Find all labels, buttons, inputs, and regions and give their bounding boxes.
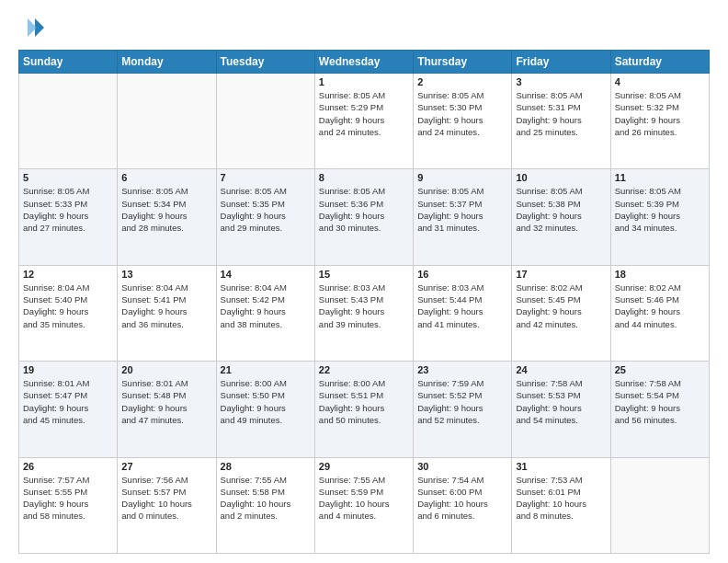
day-number: 13 [121, 269, 211, 280]
day-number: 7 [221, 172, 311, 183]
weekday-header: Saturday [610, 51, 709, 74]
day-number: 27 [121, 461, 211, 472]
day-info: Sunrise: 7:57 AM Sunset: 5:55 PM Dayligh… [23, 474, 113, 523]
calendar-day: 26Sunrise: 7:57 AM Sunset: 5:55 PM Dayli… [19, 457, 118, 553]
day-number: 6 [121, 172, 211, 183]
calendar-day: 9Sunrise: 8:05 AM Sunset: 5:37 PM Daylig… [414, 169, 512, 265]
calendar-day: 19Sunrise: 8:01 AM Sunset: 5:47 PM Dayli… [19, 362, 118, 457]
weekday-header: Tuesday [216, 51, 314, 74]
calendar-empty [610, 457, 709, 553]
calendar-day: 17Sunrise: 8:02 AM Sunset: 5:45 PM Dayli… [512, 265, 610, 361]
calendar-day: 8Sunrise: 8:05 AM Sunset: 5:36 PM Daylig… [314, 169, 413, 265]
weekday-header: Monday [118, 51, 216, 74]
day-info: Sunrise: 7:55 AM Sunset: 5:58 PM Dayligh… [221, 474, 311, 523]
day-number: 21 [221, 364, 311, 375]
day-number: 5 [23, 172, 113, 183]
calendar-empty [19, 74, 118, 169]
day-info: Sunrise: 8:05 AM Sunset: 5:31 PM Dayligh… [516, 89, 606, 138]
day-info: Sunrise: 8:05 AM Sunset: 5:37 PM Dayligh… [417, 185, 507, 234]
day-number: 20 [121, 364, 211, 375]
calendar-day: 4Sunrise: 8:05 AM Sunset: 5:32 PM Daylig… [610, 74, 709, 169]
day-info: Sunrise: 8:05 AM Sunset: 5:32 PM Dayligh… [615, 89, 705, 138]
day-info: Sunrise: 8:05 AM Sunset: 5:39 PM Dayligh… [615, 185, 705, 234]
day-info: Sunrise: 7:53 AM Sunset: 6:01 PM Dayligh… [516, 474, 606, 523]
day-info: Sunrise: 8:01 AM Sunset: 5:47 PM Dayligh… [23, 377, 113, 426]
day-info: Sunrise: 8:02 AM Sunset: 5:45 PM Dayligh… [516, 282, 606, 330]
calendar-day: 12Sunrise: 8:04 AM Sunset: 5:40 PM Dayli… [19, 265, 118, 361]
day-number: 8 [319, 172, 409, 183]
day-number: 17 [516, 269, 606, 280]
calendar-day: 16Sunrise: 8:03 AM Sunset: 5:44 PM Dayli… [414, 265, 512, 361]
day-number: 11 [615, 172, 705, 183]
day-info: Sunrise: 7:55 AM Sunset: 5:59 PM Dayligh… [319, 474, 409, 523]
day-number: 26 [23, 461, 113, 472]
calendar-week-row: 12Sunrise: 8:04 AM Sunset: 5:40 PM Dayli… [19, 265, 710, 361]
day-number: 16 [417, 269, 507, 280]
day-info: Sunrise: 8:05 AM Sunset: 5:29 PM Dayligh… [319, 89, 409, 138]
calendar-day: 11Sunrise: 8:05 AM Sunset: 5:39 PM Dayli… [610, 169, 709, 265]
calendar-day: 30Sunrise: 7:54 AM Sunset: 6:00 PM Dayli… [414, 457, 512, 553]
calendar-day: 20Sunrise: 8:01 AM Sunset: 5:48 PM Dayli… [118, 362, 216, 457]
calendar-day: 7Sunrise: 8:05 AM Sunset: 5:35 PM Daylig… [216, 169, 314, 265]
day-info: Sunrise: 7:56 AM Sunset: 5:57 PM Dayligh… [121, 474, 211, 523]
day-info: Sunrise: 8:03 AM Sunset: 5:44 PM Dayligh… [417, 282, 507, 330]
calendar-day: 10Sunrise: 8:05 AM Sunset: 5:38 PM Dayli… [512, 169, 610, 265]
logo-icon [18, 15, 44, 40]
day-number: 4 [615, 76, 705, 87]
weekday-header: Friday [512, 51, 610, 74]
day-number: 9 [417, 172, 507, 183]
day-number: 23 [417, 364, 507, 375]
day-info: Sunrise: 8:02 AM Sunset: 5:46 PM Dayligh… [615, 282, 705, 330]
day-number: 18 [615, 269, 705, 280]
calendar-week-row: 19Sunrise: 8:01 AM Sunset: 5:47 PM Dayli… [19, 362, 710, 457]
day-number: 22 [319, 364, 409, 375]
calendar-day: 18Sunrise: 8:02 AM Sunset: 5:46 PM Dayli… [610, 265, 709, 361]
day-info: Sunrise: 8:00 AM Sunset: 5:51 PM Dayligh… [319, 377, 409, 426]
day-info: Sunrise: 8:01 AM Sunset: 5:48 PM Dayligh… [121, 377, 211, 426]
calendar-day: 31Sunrise: 7:53 AM Sunset: 6:01 PM Dayli… [512, 457, 610, 553]
calendar-day: 25Sunrise: 7:58 AM Sunset: 5:54 PM Dayli… [610, 362, 709, 457]
calendar-empty [216, 74, 314, 169]
calendar-week-row: 1Sunrise: 8:05 AM Sunset: 5:29 PM Daylig… [19, 74, 710, 169]
weekday-header-row: SundayMondayTuesdayWednesdayThursdayFrid… [19, 51, 710, 74]
calendar-day: 15Sunrise: 8:03 AM Sunset: 5:43 PM Dayli… [314, 265, 413, 361]
calendar-day: 6Sunrise: 8:05 AM Sunset: 5:34 PM Daylig… [118, 169, 216, 265]
day-number: 14 [221, 269, 311, 280]
day-info: Sunrise: 7:58 AM Sunset: 5:53 PM Dayligh… [516, 377, 606, 426]
calendar-day: 13Sunrise: 8:04 AM Sunset: 5:41 PM Dayli… [118, 265, 216, 361]
calendar-week-row: 26Sunrise: 7:57 AM Sunset: 5:55 PM Dayli… [19, 457, 710, 553]
day-info: Sunrise: 8:04 AM Sunset: 5:42 PM Dayligh… [221, 282, 311, 330]
day-number: 10 [516, 172, 606, 183]
day-info: Sunrise: 8:05 AM Sunset: 5:38 PM Dayligh… [516, 185, 606, 234]
day-number: 12 [23, 269, 113, 280]
day-info: Sunrise: 7:54 AM Sunset: 6:00 PM Dayligh… [417, 474, 507, 523]
day-number: 28 [221, 461, 311, 472]
day-number: 19 [23, 364, 113, 375]
calendar-day: 27Sunrise: 7:56 AM Sunset: 5:57 PM Dayli… [118, 457, 216, 553]
calendar-day: 14Sunrise: 8:04 AM Sunset: 5:42 PM Dayli… [216, 265, 314, 361]
calendar-day: 21Sunrise: 8:00 AM Sunset: 5:50 PM Dayli… [216, 362, 314, 457]
day-number: 15 [319, 269, 409, 280]
day-info: Sunrise: 8:05 AM Sunset: 5:34 PM Dayligh… [121, 185, 211, 234]
calendar-day: 29Sunrise: 7:55 AM Sunset: 5:59 PM Dayli… [314, 457, 413, 553]
day-info: Sunrise: 8:05 AM Sunset: 5:33 PM Dayligh… [23, 185, 113, 234]
day-info: Sunrise: 8:04 AM Sunset: 5:41 PM Dayligh… [121, 282, 211, 330]
day-info: Sunrise: 7:58 AM Sunset: 5:54 PM Dayligh… [615, 377, 705, 426]
day-number: 31 [516, 461, 606, 472]
day-number: 29 [319, 461, 409, 472]
page: SundayMondayTuesdayWednesdayThursdayFrid… [0, 0, 728, 563]
weekday-header: Wednesday [314, 51, 413, 74]
logo [18, 15, 48, 40]
day-number: 24 [516, 364, 606, 375]
day-number: 2 [417, 76, 507, 87]
calendar-day: 28Sunrise: 7:55 AM Sunset: 5:58 PM Dayli… [216, 457, 314, 553]
calendar-day: 2Sunrise: 8:05 AM Sunset: 5:30 PM Daylig… [414, 74, 512, 169]
calendar-day: 5Sunrise: 8:05 AM Sunset: 5:33 PM Daylig… [19, 169, 118, 265]
calendar-day: 1Sunrise: 8:05 AM Sunset: 5:29 PM Daylig… [314, 74, 413, 169]
day-info: Sunrise: 8:05 AM Sunset: 5:30 PM Dayligh… [417, 89, 507, 138]
weekday-header: Thursday [414, 51, 512, 74]
day-info: Sunrise: 8:00 AM Sunset: 5:50 PM Dayligh… [221, 377, 311, 426]
day-number: 30 [417, 461, 507, 472]
calendar-day: 23Sunrise: 7:59 AM Sunset: 5:52 PM Dayli… [414, 362, 512, 457]
day-number: 1 [319, 76, 409, 87]
